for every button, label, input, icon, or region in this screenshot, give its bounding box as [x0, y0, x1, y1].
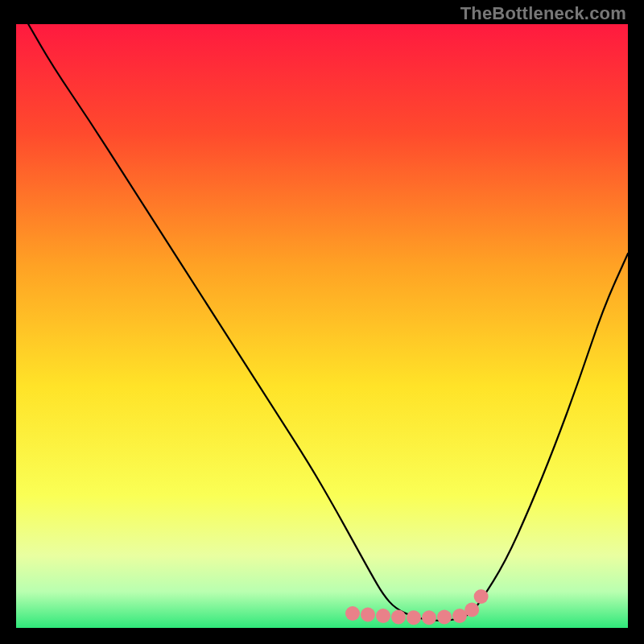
- marker-point: [474, 589, 489, 604]
- marker-point: [464, 603, 479, 617]
- marker-point: [361, 608, 375, 622]
- marker-point: [376, 609, 390, 623]
- marker-point: [422, 610, 436, 625]
- plot-background: [16, 24, 628, 628]
- watermark-text: TheBottleneck.com: [460, 3, 626, 24]
- marker-point: [345, 606, 360, 621]
- marker-point: [391, 610, 406, 625]
- bottleneck-chart: TheBottleneck.com: [0, 0, 644, 644]
- chart-svg: [0, 0, 644, 644]
- marker-point: [407, 610, 421, 625]
- marker-point: [437, 610, 452, 625]
